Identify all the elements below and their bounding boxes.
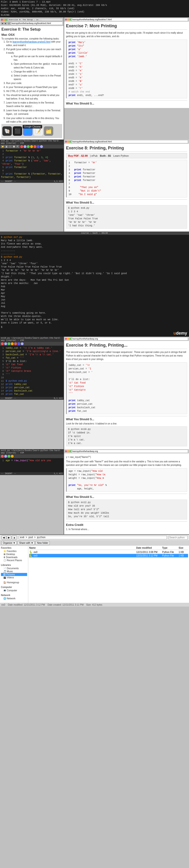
tree-item-videos[interactable]: 🎬 Videos bbox=[1, 576, 27, 579]
refresh-button[interactable]: ↺ bbox=[7, 22, 10, 25]
both-option[interactable]: Both - $5 bbox=[100, 154, 111, 157]
browser-toolbar: ◀ ▶ ↺ bbox=[0, 22, 63, 25]
folder-icon[interactable]: 🗂️ bbox=[44, 126, 53, 136]
exercise10-code: age = raw_input("How old height = raw_in… bbox=[66, 468, 187, 492]
vim-toolbar: 📁 💾 ✂️ 📋 🔍 bbox=[0, 145, 64, 149]
vim-content[interactable]: 1formatter = '%r %r %r %r' 2 3print form… bbox=[0, 149, 64, 180]
vim3-icon-orange bbox=[11, 455, 14, 458]
file-name-2: 🐍 ex0 bbox=[29, 554, 136, 557]
vim2-icon-red bbox=[1, 342, 4, 345]
exercise8-address[interactable] bbox=[72, 140, 188, 143]
tree-item-downloads[interactable]: ⬇ Downloads bbox=[1, 556, 27, 559]
exercise8-output: $ python ex8.py 1 2 3 4 'one' 'two' 'thr… bbox=[66, 205, 187, 229]
tree-item-favorites[interactable]: ⭐ Favorites bbox=[1, 550, 27, 553]
vim-btn-1[interactable]: 📁 bbox=[1, 145, 4, 148]
vim2-icon-blue2 bbox=[18, 342, 20, 345]
col-size[interactable]: Size bbox=[179, 547, 188, 549]
breadcrumb-ex0[interactable]: ex0 bbox=[20, 536, 24, 539]
terminal-content[interactable]: $ python ex7.py Mary had a little lamb. … bbox=[0, 235, 189, 330]
vim2-content[interactable]: 1tabby_cat = '\t I'm a tabby cat.' 2pers… bbox=[0, 346, 64, 397]
favorites-section: Favorites ⭐ Favorites 🖥 Desktop ⬇ Downlo… bbox=[1, 547, 27, 562]
tree-item-pictures[interactable]: 🖼 Pictures bbox=[1, 573, 27, 576]
exercise9-address[interactable] bbox=[72, 337, 188, 340]
extra-credit: Extra Credit bbox=[66, 521, 187, 527]
tree-item-music[interactable]: 🎵 Music bbox=[1, 570, 27, 573]
vim-window2: ex10.py ~/projects/books/learn-python-th… bbox=[0, 337, 64, 400]
file-row-2[interactable]: 🐍 ex0 12/21/2011 3:12 PM Python File 1 K… bbox=[29, 554, 188, 557]
file-explorer-action-bar: Organize ▼ Share with ▼ New folder bbox=[0, 540, 189, 546]
exercise7-title: Exercise 7: More Printing bbox=[66, 24, 187, 30]
vim-btn-2[interactable]: 💾 bbox=[5, 145, 8, 148]
right-exercise8-panel: Exercise 8: Printing, Printing Buy PDF -… bbox=[64, 140, 189, 231]
dock-tooltip: Google Chrome bbox=[23, 125, 42, 128]
up-nav-button[interactable]: ▲ bbox=[12, 535, 17, 539]
finder-icon[interactable]: ⬛ bbox=[13, 126, 22, 136]
col-name[interactable]: Name bbox=[29, 547, 136, 549]
exercise10-content: y = raw_input("Name?") This prompts the … bbox=[64, 454, 189, 534]
homegroup-section: 🏠 Homegroup bbox=[1, 581, 27, 584]
tree-item-network[interactable]: 🌐 Network bbox=[1, 597, 27, 600]
right-exercise10-panel: y = raw_input("Name?") This prompts the … bbox=[64, 449, 189, 534]
file-row-1[interactable]: 🐍 ex0 12/21/2011 3:08 PM Python File 1 K… bbox=[29, 550, 188, 554]
file-path-bar[interactable]: ex0 > psd > python bbox=[19, 536, 167, 539]
vim3-icon-red bbox=[1, 455, 4, 458]
address-bar[interactable] bbox=[11, 22, 63, 25]
tree-item-documents[interactable]: 📄 Documents bbox=[1, 567, 27, 570]
forward-button[interactable]: ▶ bbox=[4, 22, 7, 25]
back-button[interactable]: ◀ bbox=[1, 22, 4, 25]
file-name-1: 🐍 ex0 bbox=[29, 551, 136, 554]
vim-btn-5[interactable]: 🔍 bbox=[16, 145, 19, 148]
tree-item-homegroup[interactable]: 🏠 Homegroup bbox=[1, 581, 27, 584]
browser-tab[interactable]: Exercise 0: The Setup — Le... bbox=[8, 18, 63, 21]
vim3-content[interactable]: 1age = raw_input("How old are you bbox=[0, 458, 64, 472]
exercise7-intro: Now we are going to do a lot of exercise… bbox=[66, 31, 187, 38]
share-with-button[interactable]: Share with ▼ bbox=[18, 541, 35, 545]
exercise8-code: 1 formatter = '%r' 2 3 print formatter 4… bbox=[66, 160, 187, 197]
file-info-line3: Audio: aac, 44100 Hz, 2 channels, s16, 5… bbox=[1, 7, 188, 10]
tree-item-desktop[interactable]: 🖥 Desktop bbox=[1, 553, 27, 556]
exercise8-toolbar bbox=[64, 140, 189, 144]
breadcrumb-psd[interactable]: psd bbox=[28, 536, 33, 539]
search-input[interactable] bbox=[169, 536, 188, 539]
vim-icon-red2 bbox=[33, 145, 36, 148]
exercise10-address[interactable] bbox=[72, 450, 188, 453]
status-size: Size: 412 bytes bbox=[86, 603, 102, 606]
python-file-icon-1: 🐍 bbox=[29, 551, 32, 553]
vim-icon-blue2 bbox=[37, 145, 39, 148]
exercise9-intro: The second way is by using what are call… bbox=[66, 350, 187, 361]
favorites-header: Favorites bbox=[1, 547, 27, 549]
browser-heading: Exercise 0: The Setup bbox=[1, 27, 62, 32]
file-explorer: ◀ ▶ ▲ ex0 > psd > python Organize ▼ Shar… bbox=[0, 534, 189, 607]
left-browser-panel: Exercise 0: The Setup — Le... ◀ ▶ ↺ Exer… bbox=[0, 18, 64, 140]
setup-link[interactable]: learnpythonthehardway.org/ex0.html bbox=[12, 40, 50, 43]
terminal-icon[interactable]: 🐚 bbox=[2, 126, 12, 136]
tree-item-recent[interactable]: 🕐 Recent Places bbox=[1, 559, 27, 562]
vim-btn-4[interactable]: 📋 bbox=[12, 145, 16, 148]
breadcrumb-python[interactable]: python bbox=[37, 536, 46, 539]
browser-intro: To complete this exercise, complete the … bbox=[1, 37, 62, 40]
vim3-toolbar bbox=[0, 454, 64, 458]
exercise7-content: Exercise 7: More Printing Now we are goi… bbox=[64, 22, 189, 108]
exercise7-what-see: What You Should S... bbox=[66, 100, 187, 105]
file-status-bar: ex0 Date modified: 12/21/2011 3:12 PM Da… bbox=[0, 603, 189, 607]
vim2-icon-green bbox=[7, 342, 10, 345]
vim-icon-green bbox=[27, 145, 30, 148]
new-folder-button[interactable]: New folder bbox=[35, 541, 50, 545]
tree-item-computer[interactable]: 💻 Computer bbox=[1, 589, 27, 592]
vim2-icon-purple bbox=[21, 342, 24, 345]
exercise8-title: Exercise 8: Printing, Printing bbox=[66, 146, 187, 152]
organize-button[interactable]: Organize ▼ bbox=[1, 541, 17, 545]
buy-pdf[interactable]: Buy PDF - $2.99 bbox=[68, 154, 88, 157]
col-date[interactable]: Date modified bbox=[136, 547, 162, 549]
browser-content: Exercise 0: The Setup Mac OSX To complet… bbox=[0, 26, 64, 140]
vim-icon-blue bbox=[24, 145, 26, 148]
computer-section: Computer 💻 Computer bbox=[1, 586, 27, 592]
learn-python: Learn Python bbox=[113, 154, 129, 157]
epub-link[interactable]: | ePub bbox=[90, 154, 98, 157]
col-type[interactable]: Type bbox=[162, 547, 179, 549]
back-nav-button[interactable]: ◀ bbox=[1, 535, 6, 539]
forward-nav-button[interactable]: ▶ bbox=[7, 535, 11, 539]
vim-icon-purple bbox=[40, 145, 43, 148]
vim-btn-3[interactable]: ✂️ bbox=[8, 145, 12, 148]
exercise7-address[interactable] bbox=[72, 18, 188, 21]
